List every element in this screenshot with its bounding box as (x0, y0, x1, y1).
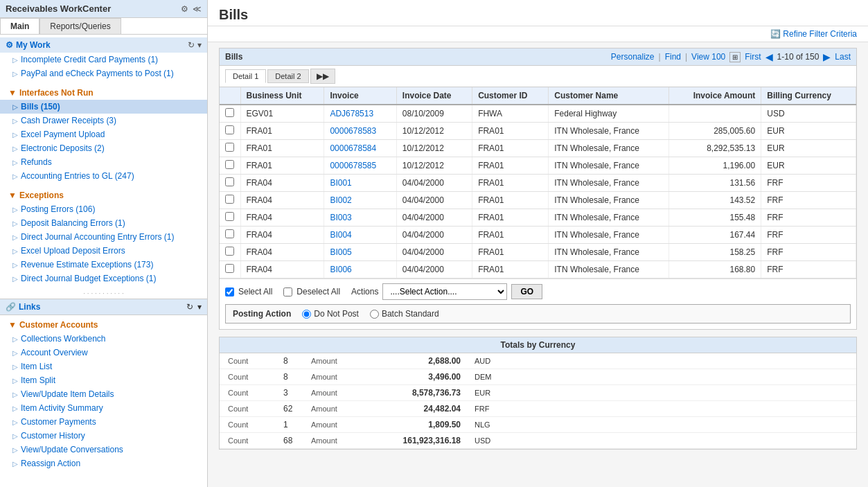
row-invoice[interactable]: 0000678585 (324, 157, 396, 175)
row-checkbox[interactable] (220, 175, 240, 192)
row-checkbox[interactable] (220, 123, 240, 140)
interfaces-header[interactable]: ▼ Interfaces Not Run (0, 86, 207, 100)
row-invoice[interactable]: BI003 (324, 209, 396, 227)
tab-main[interactable]: Main (0, 18, 39, 34)
row-invoice[interactable]: BI004 (324, 227, 396, 244)
row-invoice[interactable]: BI001 (324, 175, 396, 192)
exceptions-collapse-icon[interactable]: ▼ (8, 191, 17, 200)
gear-icon[interactable]: ⚙ (181, 4, 188, 14)
row-checkbox[interactable] (220, 261, 240, 278)
customer-accounts-header[interactable]: ▼ Customer Accounts (0, 318, 207, 332)
row-checkbox[interactable] (220, 244, 240, 261)
view100-link[interactable]: View 100 (691, 52, 725, 62)
row-checkbox[interactable] (220, 192, 240, 209)
radio-do-not-post[interactable]: Do Not Post (302, 309, 359, 319)
sidebar-item-excel-payment[interactable]: ▷ Excel Payment Upload (0, 127, 207, 141)
row-invoice[interactable]: BI005 (324, 244, 396, 261)
deselect-all-label[interactable]: Deselect All (296, 287, 340, 296)
sidebar-item-item-split[interactable]: ▷ Item Split (0, 373, 207, 387)
sidebar-item-account-overview[interactable]: ▷ Account Overview (0, 346, 207, 360)
tab-reports-queries[interactable]: Reports/Queries (39, 18, 121, 34)
links-title[interactable]: 🔗 Links (6, 302, 40, 312)
my-work-collapse-icon[interactable]: ⚙ (6, 40, 13, 50)
invoice-link[interactable]: 0000678584 (330, 143, 376, 153)
my-work-title[interactable]: ⚙ My Work (6, 40, 51, 50)
row-checkbox[interactable] (220, 157, 240, 175)
sidebar-item-refunds[interactable]: ▷ Refunds (0, 155, 207, 169)
last-link[interactable]: Last (835, 52, 851, 62)
sidebar-item-link[interactable]: PayPal and eCheck Payments to Post (1) (21, 69, 174, 78)
sidebar-item-link[interactable]: Revenue Estimate Exceptions (173) (21, 260, 153, 269)
sidebar-item-link[interactable]: Account Overview (21, 348, 88, 357)
invoice-link[interactable]: BI003 (330, 213, 351, 222)
sidebar-item-link[interactable]: Direct Journal Accounting Entry Errors (… (21, 232, 174, 242)
invoice-link[interactable]: 0000678583 (330, 126, 376, 136)
sidebar-item-customer-payments[interactable]: ▷ Customer Payments (0, 415, 207, 429)
row-invoice[interactable]: ADJ678513 (324, 105, 396, 123)
row-checkbox[interactable] (220, 105, 240, 123)
row-checkbox[interactable] (220, 227, 240, 244)
sidebar-item-link[interactable]: Electronic Deposits (2) (21, 143, 105, 153)
sidebar-item-deposit-balancing[interactable]: ▷ Deposit Balancing Errors (1) (0, 216, 207, 230)
sidebar-item-link[interactable]: Customer History (21, 431, 85, 441)
sidebar-item-link[interactable]: View/Update Conversations (21, 445, 123, 454)
sidebar-item-link[interactable]: Item Activity Summary (21, 403, 103, 413)
sidebar-item-posting-errors[interactable]: ▷ Posting Errors (106) (0, 202, 207, 216)
sidebar-item-link[interactable]: Excel Upload Deposit Errors (21, 246, 125, 256)
tab-detail2[interactable]: Detail 2 (267, 69, 308, 83)
row-checkbox[interactable] (220, 140, 240, 157)
customer-accounts-collapse-icon[interactable]: ▼ (8, 320, 17, 330)
invoice-link[interactable]: BI004 (330, 230, 351, 240)
settings-icon[interactable]: ▾ (197, 40, 202, 50)
sidebar-item-link[interactable]: Deposit Balancing Errors (1) (21, 218, 125, 228)
batch-standard-radio[interactable] (370, 310, 379, 319)
radio-batch-standard[interactable]: Batch Standard (370, 309, 439, 319)
personalize-link[interactable]: Personalize (611, 52, 655, 62)
links-settings-icon[interactable]: ▾ (197, 302, 202, 312)
first-link[interactable]: First (745, 52, 761, 62)
next-arrow[interactable]: ▶ (823, 51, 831, 62)
find-link[interactable]: Find (665, 52, 681, 62)
sidebar-item-link[interactable]: Reassign Action (21, 459, 80, 468)
sidebar-item-link[interactable]: Posting Errors (106) (21, 204, 95, 214)
row-invoice[interactable]: BI002 (324, 192, 396, 209)
sidebar-header-icons[interactable]: ⚙ ≪ (181, 4, 202, 14)
row-invoice[interactable]: 0000678583 (324, 123, 396, 140)
links-icons[interactable]: ↻ ▾ (186, 302, 202, 312)
tab-detail1[interactable]: Detail 1 (225, 69, 266, 83)
sidebar-item-accounting-entries[interactable]: ▷ Accounting Entries to GL (247) (0, 169, 207, 183)
invoice-link[interactable]: 0000678585 (330, 161, 376, 170)
sidebar-item-direct-journal-errors[interactable]: ▷ Direct Journal Accounting Entry Errors… (0, 230, 207, 244)
invoice-link[interactable]: BI006 (330, 265, 351, 274)
select-all-label[interactable]: Select All (238, 287, 272, 296)
row-checkbox[interactable] (220, 209, 240, 227)
invoice-link[interactable]: ADJ678513 (330, 109, 373, 118)
sidebar-item-view-update-conversations[interactable]: ▷ View/Update Conversations (0, 443, 207, 457)
refine-filter-link[interactable]: 🔄 Refine Filter Criteria (770, 29, 857, 39)
invoice-link[interactable]: BI005 (330, 247, 351, 257)
deselect-all-checkbox[interactable] (283, 287, 292, 296)
invoice-link[interactable]: BI001 (330, 178, 351, 188)
refresh-icon[interactable]: ↻ (188, 40, 195, 50)
my-work-section-icons[interactable]: ↻ ▾ (188, 40, 202, 50)
collapse-icon[interactable]: ≪ (193, 4, 202, 14)
sidebar-item-direct-journal-budget[interactable]: ▷ Direct Journal Budget Exceptions (1) (0, 272, 207, 285)
row-invoice[interactable]: BI006 (324, 261, 396, 278)
sidebar-item-link[interactable]: Refunds (21, 157, 52, 167)
sidebar-item-excel-upload[interactable]: ▷ Excel Upload Deposit Errors (0, 244, 207, 258)
prev-arrow[interactable]: ◀ (765, 51, 773, 62)
action-select[interactable]: ....Select Action.... (382, 283, 507, 300)
sidebar-item-item-activity-summary[interactable]: ▷ Item Activity Summary (0, 401, 207, 415)
sidebar-item-incomplete-cc[interactable]: ▷ Incomplete Credit Card Payments (1) (0, 53, 207, 67)
do-not-post-radio[interactable] (302, 310, 311, 319)
sidebar-item-link[interactable]: Cash Drawer Receipts (3) (21, 116, 116, 125)
sidebar-item-revenue-estimate[interactable]: ▷ Revenue Estimate Exceptions (173) (0, 258, 207, 272)
sidebar-item-link[interactable]: Incomplete Credit Card Payments (1) (21, 55, 158, 64)
tab-more-icon[interactable]: ▶▶ (310, 69, 335, 84)
sidebar-item-cash-drawer[interactable]: ▷ Cash Drawer Receipts (3) (0, 114, 207, 127)
sidebar-item-customer-history[interactable]: ▷ Customer History (0, 429, 207, 443)
sidebar-item-collections-workbench[interactable]: ▷ Collections Workbench (0, 332, 207, 346)
sidebar-item-bills[interactable]: ▷ Bills (150) (0, 100, 207, 114)
sidebar-item-link[interactable]: Item List (21, 362, 52, 371)
sidebar-item-link[interactable]: Collections Workbench (21, 334, 106, 344)
